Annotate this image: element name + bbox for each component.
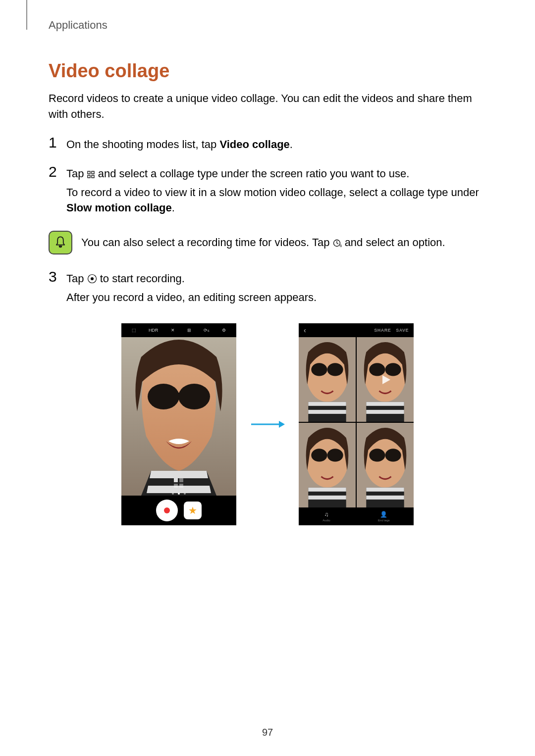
timer-icon: 6 xyxy=(333,239,342,248)
step-2: 2 Tap and select a collage type under th… xyxy=(49,164,486,219)
editor-bottombar: ♫ Audio 👤 End tags xyxy=(299,507,414,525)
svg-rect-24 xyxy=(308,410,346,414)
camera-topbar: ⬚ HDR ✕ ⊞ ⟳₆ ⚙ xyxy=(121,323,236,337)
step2-line1-b: and select a collage type under the scre… xyxy=(95,167,410,180)
svg-point-10 xyxy=(178,384,210,409)
step-3: 3 Tap to start recording. After you reco… xyxy=(49,269,486,308)
play-icon xyxy=(357,337,414,422)
step-number: 2 xyxy=(49,164,63,179)
svg-point-20 xyxy=(311,363,327,376)
collage-grid xyxy=(299,337,414,507)
switch-camera-icon: ⬚ xyxy=(132,328,136,333)
endtags-tool[interactable]: 👤 End tags xyxy=(378,511,390,522)
svg-rect-46 xyxy=(366,496,404,500)
music-note-icon: ♫ xyxy=(324,511,328,518)
step2-line2-bold: Slow motion collage xyxy=(66,202,172,214)
svg-rect-39 xyxy=(308,496,346,500)
note-text-b: and select an option. xyxy=(342,236,445,249)
screenshot-row: ⬚ HDR ✕ ⊞ ⟳₆ ⚙ xyxy=(49,323,486,525)
svg-rect-1 xyxy=(92,171,94,174)
svg-rect-3 xyxy=(92,175,94,178)
intro-text: Record videos to create a unique video c… xyxy=(49,91,486,122)
svg-rect-38 xyxy=(308,488,346,492)
step-number: 3 xyxy=(49,269,63,284)
svg-marker-17 xyxy=(279,421,285,428)
endtags-label: End tags xyxy=(378,519,390,522)
svg-point-42 xyxy=(369,449,385,461)
audio-tool[interactable]: ♫ Audio xyxy=(322,511,330,522)
save-button[interactable]: SAVE xyxy=(396,328,409,333)
svg-point-21 xyxy=(327,363,343,376)
step-number: 1 xyxy=(49,135,63,150)
share-button[interactable]: SHARE xyxy=(374,328,391,333)
step1-text-a: On the shooting modes list, tap xyxy=(66,138,219,151)
back-button[interactable]: ‹ xyxy=(304,326,306,334)
record-button[interactable] xyxy=(156,500,178,521)
svg-point-9 xyxy=(148,384,179,409)
collage-cell xyxy=(299,423,356,507)
collage-layout-indicator-icon xyxy=(173,478,184,491)
screenshot-editor: ‹ SHARE SAVE xyxy=(299,323,414,525)
camera-bottombar: ★ xyxy=(121,496,236,525)
hdr-icon: HDR xyxy=(149,328,159,333)
collage-cell xyxy=(357,423,414,507)
breadcrumb: Applications xyxy=(49,19,486,32)
step3-line1-a: Tap xyxy=(66,272,87,285)
svg-rect-0 xyxy=(88,171,90,174)
record-button-icon xyxy=(87,274,97,284)
settings-icon: ⚙ xyxy=(222,328,226,333)
note-callout: You can also select a recording time for… xyxy=(49,231,486,254)
svg-rect-14 xyxy=(174,484,178,488)
step2-line2-a: To record a video to view it in a slow m… xyxy=(66,186,479,199)
collage-cell xyxy=(357,337,414,422)
flash-off-icon: ✕ xyxy=(171,328,175,333)
note-text-a: You can also select a recording time for… xyxy=(81,236,333,249)
svg-rect-23 xyxy=(308,402,346,406)
effects-button[interactable]: ★ xyxy=(184,502,202,519)
step2-line2-c: . xyxy=(172,202,175,214)
mode-dots xyxy=(121,493,236,495)
arrow-right-icon xyxy=(250,419,285,429)
section-title: Video collage xyxy=(49,60,486,82)
collage-cell xyxy=(299,337,356,422)
editor-topbar: ‹ SHARE SAVE xyxy=(299,323,414,337)
svg-point-43 xyxy=(385,449,401,461)
svg-marker-32 xyxy=(382,375,390,384)
collage-grid-icon: ⊞ xyxy=(187,328,191,333)
audio-label: Audio xyxy=(322,519,330,522)
step-1: 1 On the shooting modes list, tap Video … xyxy=(49,135,486,155)
svg-rect-11 xyxy=(177,393,181,396)
svg-rect-45 xyxy=(366,488,404,492)
svg-point-35 xyxy=(311,449,327,461)
svg-point-36 xyxy=(327,449,343,461)
note-bell-icon xyxy=(49,231,72,254)
svg-rect-15 xyxy=(179,484,183,488)
step3-line2: After you record a video, an editing scr… xyxy=(66,290,486,305)
svg-rect-2 xyxy=(88,175,90,178)
page-number: 97 xyxy=(0,727,535,738)
svg-point-7 xyxy=(91,277,94,280)
step1-text-c: . xyxy=(290,138,293,151)
svg-rect-12 xyxy=(174,478,178,482)
step1-bold: Video collage xyxy=(219,138,289,151)
collage-grid-icon xyxy=(87,171,95,179)
viewfinder xyxy=(121,337,236,496)
timer-icon: ⟳₆ xyxy=(204,328,210,333)
svg-rect-13 xyxy=(179,478,183,482)
screenshot-camera: ⬚ HDR ✕ ⊞ ⟳₆ ⚙ xyxy=(121,323,236,525)
step2-line1-a: Tap xyxy=(66,167,87,180)
step3-line1-b: to start recording. xyxy=(97,272,185,285)
person-icon: 👤 xyxy=(380,511,387,518)
